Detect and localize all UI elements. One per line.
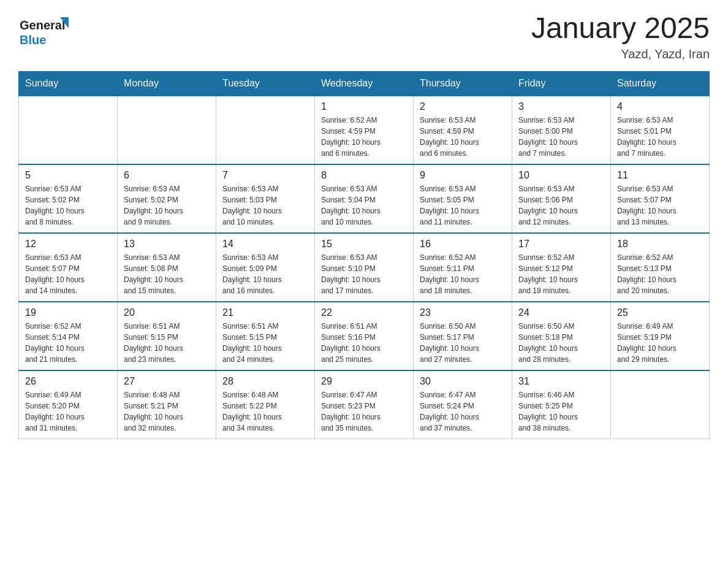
calendar-cell: 3Sunrise: 6:53 AM Sunset: 5:00 PM Daylig… [512, 96, 611, 164]
day-number: 19 [25, 307, 111, 318]
day-info: Sunrise: 6:53 AM Sunset: 5:01 PM Dayligh… [617, 115, 703, 159]
day-info: Sunrise: 6:53 AM Sunset: 5:10 PM Dayligh… [321, 252, 407, 296]
svg-text:General: General [20, 18, 65, 32]
calendar-header: Sunday Monday Tuesday Wednesday Thursday… [19, 71, 710, 96]
logo: General Blue [18, 12, 74, 52]
header-monday: Monday [118, 71, 216, 96]
calendar-cell: 22Sunrise: 6:51 AM Sunset: 5:16 PM Dayli… [315, 302, 414, 370]
day-number: 25 [617, 307, 703, 318]
calendar-cell: 6Sunrise: 6:53 AM Sunset: 5:02 PM Daylig… [118, 164, 216, 233]
day-number: 13 [124, 239, 210, 250]
day-info: Sunrise: 6:46 AM Sunset: 5:25 PM Dayligh… [518, 389, 604, 434]
calendar-cell: 16Sunrise: 6:52 AM Sunset: 5:11 PM Dayli… [414, 233, 512, 302]
day-info: Sunrise: 6:53 AM Sunset: 5:06 PM Dayligh… [518, 183, 604, 228]
day-number: 2 [420, 101, 506, 112]
day-info: Sunrise: 6:53 AM Sunset: 5:07 PM Dayligh… [25, 252, 111, 296]
day-info: Sunrise: 6:50 AM Sunset: 5:18 PM Dayligh… [518, 321, 604, 365]
day-info: Sunrise: 6:53 AM Sunset: 5:09 PM Dayligh… [222, 252, 308, 296]
day-info: Sunrise: 6:53 AM Sunset: 5:07 PM Dayligh… [617, 183, 703, 228]
day-number: 28 [222, 376, 308, 387]
day-info: Sunrise: 6:52 AM Sunset: 5:14 PM Dayligh… [25, 321, 111, 365]
day-number: 9 [420, 170, 506, 181]
logo-svg: General Blue [18, 12, 74, 52]
day-number: 14 [222, 239, 308, 250]
calendar-cell [118, 96, 216, 164]
day-info: Sunrise: 6:53 AM Sunset: 5:03 PM Dayligh… [222, 183, 308, 228]
day-info: Sunrise: 6:53 AM Sunset: 5:02 PM Dayligh… [25, 183, 111, 228]
day-info: Sunrise: 6:51 AM Sunset: 5:15 PM Dayligh… [124, 321, 210, 365]
calendar-week-1: 1Sunrise: 6:52 AM Sunset: 4:59 PM Daylig… [19, 96, 710, 164]
day-number: 24 [518, 307, 604, 318]
calendar-cell: 19Sunrise: 6:52 AM Sunset: 5:14 PM Dayli… [19, 302, 118, 370]
calendar-cell: 20Sunrise: 6:51 AM Sunset: 5:15 PM Dayli… [118, 302, 216, 370]
day-number: 15 [321, 239, 407, 250]
calendar-subtitle: Yazd, Yazd, Iran [531, 47, 710, 61]
calendar-cell: 4Sunrise: 6:53 AM Sunset: 5:01 PM Daylig… [611, 96, 710, 164]
calendar-cell: 29Sunrise: 6:47 AM Sunset: 5:23 PM Dayli… [315, 370, 414, 439]
day-number: 10 [518, 170, 604, 181]
day-info: Sunrise: 6:52 AM Sunset: 5:13 PM Dayligh… [617, 252, 703, 296]
calendar-cell: 10Sunrise: 6:53 AM Sunset: 5:06 PM Dayli… [512, 164, 611, 233]
day-info: Sunrise: 6:49 AM Sunset: 5:20 PM Dayligh… [25, 389, 111, 434]
day-number: 7 [222, 170, 308, 181]
header-friday: Friday [512, 71, 611, 96]
day-info: Sunrise: 6:47 AM Sunset: 5:24 PM Dayligh… [420, 389, 506, 434]
calendar-title: January 2025 [531, 12, 710, 45]
calendar-cell: 9Sunrise: 6:53 AM Sunset: 5:05 PM Daylig… [414, 164, 512, 233]
day-info: Sunrise: 6:51 AM Sunset: 5:16 PM Dayligh… [321, 321, 407, 365]
day-number: 22 [321, 307, 407, 318]
calendar-body: 1Sunrise: 6:52 AM Sunset: 4:59 PM Daylig… [19, 96, 710, 439]
day-info: Sunrise: 6:53 AM Sunset: 5:05 PM Dayligh… [420, 183, 506, 228]
day-number: 21 [222, 307, 308, 318]
day-number: 4 [617, 101, 703, 112]
calendar-week-3: 12Sunrise: 6:53 AM Sunset: 5:07 PM Dayli… [19, 233, 710, 302]
calendar-cell: 14Sunrise: 6:53 AM Sunset: 5:09 PM Dayli… [216, 233, 315, 302]
day-number: 18 [617, 239, 703, 250]
title-area: January 2025 Yazd, Yazd, Iran [531, 12, 710, 61]
day-info: Sunrise: 6:53 AM Sunset: 5:02 PM Dayligh… [124, 183, 210, 228]
calendar-cell: 1Sunrise: 6:52 AM Sunset: 4:59 PM Daylig… [315, 96, 414, 164]
calendar-cell: 13Sunrise: 6:53 AM Sunset: 5:08 PM Dayli… [118, 233, 216, 302]
day-info: Sunrise: 6:48 AM Sunset: 5:21 PM Dayligh… [124, 389, 210, 434]
calendar-cell: 12Sunrise: 6:53 AM Sunset: 5:07 PM Dayli… [19, 233, 118, 302]
calendar-cell [216, 96, 315, 164]
header-row: Sunday Monday Tuesday Wednesday Thursday… [19, 71, 710, 96]
day-number: 6 [124, 170, 210, 181]
header: General Blue January 2025 Yazd, Yazd, Ir… [18, 12, 710, 61]
svg-text:Blue: Blue [20, 33, 46, 47]
day-info: Sunrise: 6:48 AM Sunset: 5:22 PM Dayligh… [222, 389, 308, 434]
day-info: Sunrise: 6:53 AM Sunset: 4:59 PM Dayligh… [420, 115, 506, 159]
calendar-cell: 2Sunrise: 6:53 AM Sunset: 4:59 PM Daylig… [414, 96, 512, 164]
header-saturday: Saturday [611, 71, 710, 96]
day-number: 1 [321, 101, 407, 112]
header-sunday: Sunday [19, 71, 118, 96]
day-number: 5 [25, 170, 111, 181]
calendar-cell: 17Sunrise: 6:52 AM Sunset: 5:12 PM Dayli… [512, 233, 611, 302]
calendar-week-5: 26Sunrise: 6:49 AM Sunset: 5:20 PM Dayli… [19, 370, 710, 439]
day-number: 27 [124, 376, 210, 387]
calendar-cell: 30Sunrise: 6:47 AM Sunset: 5:24 PM Dayli… [414, 370, 512, 439]
calendar-cell: 27Sunrise: 6:48 AM Sunset: 5:21 PM Dayli… [118, 370, 216, 439]
calendar-cell: 24Sunrise: 6:50 AM Sunset: 5:18 PM Dayli… [512, 302, 611, 370]
calendar-cell: 8Sunrise: 6:53 AM Sunset: 5:04 PM Daylig… [315, 164, 414, 233]
calendar-cell: 21Sunrise: 6:51 AM Sunset: 5:15 PM Dayli… [216, 302, 315, 370]
calendar-cell: 11Sunrise: 6:53 AM Sunset: 5:07 PM Dayli… [611, 164, 710, 233]
calendar-table: Sunday Monday Tuesday Wednesday Thursday… [18, 71, 710, 439]
calendar-cell: 26Sunrise: 6:49 AM Sunset: 5:20 PM Dayli… [19, 370, 118, 439]
calendar-cell: 31Sunrise: 6:46 AM Sunset: 5:25 PM Dayli… [512, 370, 611, 439]
day-number: 3 [518, 101, 604, 112]
day-info: Sunrise: 6:53 AM Sunset: 5:08 PM Dayligh… [124, 252, 210, 296]
day-number: 29 [321, 376, 407, 387]
calendar-cell: 18Sunrise: 6:52 AM Sunset: 5:13 PM Dayli… [611, 233, 710, 302]
day-info: Sunrise: 6:52 AM Sunset: 5:12 PM Dayligh… [518, 252, 604, 296]
day-info: Sunrise: 6:53 AM Sunset: 5:04 PM Dayligh… [321, 183, 407, 228]
calendar-cell: 28Sunrise: 6:48 AM Sunset: 5:22 PM Dayli… [216, 370, 315, 439]
day-number: 26 [25, 376, 111, 387]
day-info: Sunrise: 6:51 AM Sunset: 5:15 PM Dayligh… [222, 321, 308, 365]
calendar-cell [19, 96, 118, 164]
day-info: Sunrise: 6:53 AM Sunset: 5:00 PM Dayligh… [518, 115, 604, 159]
day-number: 16 [420, 239, 506, 250]
header-tuesday: Tuesday [216, 71, 315, 96]
day-number: 31 [518, 376, 604, 387]
header-thursday: Thursday [414, 71, 512, 96]
